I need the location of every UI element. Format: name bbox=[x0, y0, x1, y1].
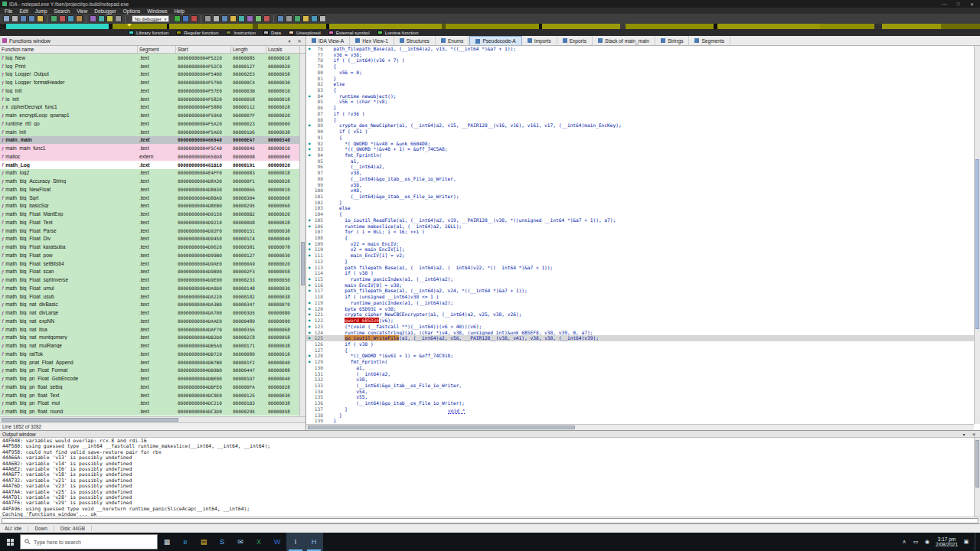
scrollbar-thumb[interactable] bbox=[975, 159, 979, 329]
code-line[interactable]: ● 113 path_filepath_Base(a1, (__int64)a2… bbox=[306, 265, 974, 271]
code-line[interactable]: ● 93 *((_QWORD *)&v48 + 1) = &off_74C5A8… bbox=[306, 146, 974, 152]
code-line[interactable]: ● 139 } bbox=[306, 418, 974, 424]
tray-icon[interactable]: ◉ bbox=[923, 539, 931, 545]
code-line[interactable]: ● 134 v54, bbox=[306, 389, 974, 395]
code-line[interactable]: ● 131 (__int64)a2, bbox=[306, 371, 974, 377]
code-line[interactable]: ● 104 { bbox=[306, 211, 974, 217]
toolbar-icon[interactable] bbox=[98, 15, 105, 22]
taskbar-app[interactable]: ▦ bbox=[158, 533, 176, 551]
table-row[interactable]: ƒlog_Print .text 00000000004F52C0 000001… bbox=[0, 62, 305, 70]
table-row[interactable]: ƒmath_big_pn_float_setbg .text 000000000… bbox=[0, 383, 305, 391]
code-line[interactable]: ● 109 v22 = main_EncIV; bbox=[306, 241, 974, 247]
code-line[interactable]: ● 117 path_filepath_Base(a1, (__int64)a2… bbox=[306, 288, 974, 294]
toolbar-icon[interactable] bbox=[182, 15, 189, 22]
output-vertical-scrollbar[interactable] bbox=[974, 438, 980, 517]
table-row[interactable]: ƒmath_big_Float_Div .text 00000000004D94… bbox=[0, 235, 305, 243]
code-line[interactable]: ● 123 (*(void (__fastcall **)(__int64))(… bbox=[306, 324, 974, 330]
document-tab[interactable]: Imports bbox=[522, 36, 557, 45]
toolbar-icon[interactable] bbox=[59, 15, 66, 22]
code-line[interactable]: ● 118 if ( (unsigned __int64)v38 <= 1 ) bbox=[306, 294, 974, 300]
table-row[interactable]: ƒmath_big_Sqrt .text 00000000004D8BA0 00… bbox=[0, 194, 305, 202]
table-row[interactable]: ƒlog_Logger_formatHeader .text 000000000… bbox=[0, 78, 305, 86]
toolbar-icon[interactable] bbox=[47, 15, 47, 23]
code-line[interactable]: ● 84 runtime_newobject(); bbox=[306, 93, 974, 99]
toolbar-icon[interactable] bbox=[90, 15, 96, 22]
toolbar-icon[interactable] bbox=[230, 15, 237, 22]
menu-item[interactable]: Search bbox=[54, 8, 70, 14]
code-line[interactable]: ● 114 if ( v38 ) bbox=[306, 270, 974, 276]
toolbar-icon[interactable] bbox=[76, 15, 83, 22]
code-line[interactable]: ● 80 v56 = 0; bbox=[306, 70, 974, 76]
debugger-select[interactable]: No debugger ▾ bbox=[132, 15, 169, 22]
scrollbar-thumb[interactable] bbox=[308, 425, 575, 429]
dock-menu-button[interactable]: ▾ bbox=[286, 38, 293, 44]
log-line[interactable]: 44A76D: variable 'v23' is possibly undef… bbox=[2, 484, 978, 489]
table-row[interactable]: ƒmath_big_pn_Float_Format .text 00000000… bbox=[0, 367, 305, 375]
toolbar-icon[interactable] bbox=[263, 15, 270, 22]
scrollbar-thumb[interactable] bbox=[301, 242, 305, 285]
log-line[interactable]: 44F958: could not find valid save-restor… bbox=[2, 450, 978, 455]
code-line[interactable]: ● 121 crypto_cipher_NewCBCEncrypter(a1, … bbox=[306, 311, 974, 318]
toolbar-icon[interactable] bbox=[51, 15, 57, 22]
code-line[interactable]: ● 81 } bbox=[306, 76, 974, 82]
toolbar-icon[interactable] bbox=[20, 15, 27, 22]
code-line[interactable]: ● 90 if ( v51 ) bbox=[306, 129, 974, 135]
table-row[interactable]: ƒlog_Logger_Output .text 00000000004F540… bbox=[0, 70, 305, 79]
log-line[interactable]: 44A66A: variable 'v13' is possibly undef… bbox=[2, 455, 978, 461]
document-tab[interactable]: Pseudocode-A bbox=[469, 36, 521, 45]
taskbar-app[interactable]: I bbox=[286, 533, 305, 551]
table-row[interactable]: ƒlog_New .text 00000000004F5220 00000085… bbox=[0, 54, 305, 62]
toolbar-icon[interactable] bbox=[247, 15, 253, 22]
code-line[interactable]: ● 76 path_filepath_Base(a1, (__int64)a2,… bbox=[306, 46, 974, 52]
output-dock-header[interactable]: Output window ▾ ✕ bbox=[0, 431, 980, 438]
menu-item[interactable]: Options bbox=[123, 8, 140, 14]
code-line[interactable]: ● 130 a1, bbox=[306, 365, 974, 371]
toolbar-icon[interactable] bbox=[115, 15, 122, 22]
code-line[interactable]: ● 102 } bbox=[306, 200, 974, 206]
table-row[interactable]: ƒmain_encryptLoop_gowrap1 .text 00000000… bbox=[0, 111, 305, 119]
toolbar-icon[interactable] bbox=[106, 15, 113, 22]
code-line[interactable]: ● 85 v56 = (char *)v8; bbox=[306, 99, 974, 105]
table-row[interactable]: ƒmath_big_Float_Parse .text 00000000004D… bbox=[0, 227, 305, 235]
column-header[interactable]: Function name bbox=[0, 46, 138, 53]
table-row[interactable]: ƒmath_big_Float_MantExp .text 0000000000… bbox=[0, 210, 305, 218]
table-row[interactable]: ƒmath_big_Float_setBits64 .text 00000000… bbox=[0, 259, 305, 268]
code-line[interactable]: ● 92 *(_QWORD *)&v48 = &unk_6604D8; bbox=[306, 141, 974, 147]
document-tab[interactable]: Structures bbox=[394, 36, 436, 45]
document-tab[interactable]: Enums bbox=[436, 36, 470, 45]
code-line[interactable]: ● 128 *((_QWORD *)&v61 + 1) = &off_74C91… bbox=[306, 353, 974, 359]
table-row[interactable]: ƒmath_big_nat_itoa .text 00000000004DAF7… bbox=[0, 325, 305, 334]
toolbar-icon[interactable] bbox=[238, 15, 245, 22]
tray-icon[interactable]: ∧ bbox=[900, 539, 908, 545]
code-line[interactable]: ● 96 (__int64)a2, bbox=[306, 164, 974, 170]
table-row[interactable]: ƒmath_big_nat_divBasic .text 00000000004… bbox=[0, 301, 305, 309]
table-row[interactable]: ƒmalloc extern 00000000009650D8 00000008… bbox=[0, 152, 305, 161]
show-desktop-button[interactable] bbox=[975, 533, 978, 551]
code-line[interactable]: ● 103 else bbox=[306, 205, 974, 211]
code-line[interactable]: ● 136 (__int64)&go_itab__os_File_io_Writ… bbox=[306, 400, 974, 406]
toolbar-icon[interactable] bbox=[37, 15, 44, 22]
log-line[interactable]: 44A7D1: variable 'v28' is possibly undef… bbox=[2, 495, 978, 500]
column-header[interactable]: Locals bbox=[266, 46, 300, 53]
table-row[interactable]: ƒmath_log2 .text 00000000004E4FF0 000000… bbox=[0, 169, 305, 178]
table-row[interactable]: ƒmath_big_pnat_Float_Append .text 000000… bbox=[0, 358, 305, 367]
document-tab[interactable]: Strings bbox=[655, 36, 690, 45]
table-row[interactable]: ƒmath_big_Float_sqrtInverse .text 000000… bbox=[0, 276, 305, 284]
code-line[interactable]: ● 88 { bbox=[306, 117, 974, 123]
code-line[interactable]: ● 94 fmt_Fprintln( bbox=[306, 152, 974, 158]
cli-input[interactable] bbox=[2, 518, 978, 523]
code-line[interactable]: ● 133 (__int64)&go_itab__os_File_io_Writ… bbox=[306, 383, 974, 389]
notification-center-icon[interactable]: ▣ bbox=[962, 539, 970, 545]
document-tab[interactable]: Segments bbox=[689, 36, 730, 45]
toolbar-icon[interactable] bbox=[204, 15, 211, 22]
document-tab[interactable]: IDA View-A bbox=[306, 36, 350, 45]
code-line[interactable]: ● 101 (__int64)&go_itab__os_File_io_Writ… bbox=[306, 194, 974, 200]
menu-item[interactable]: Jump bbox=[35, 8, 47, 14]
functions-vertical-scrollbar[interactable] bbox=[299, 54, 305, 416]
code-line[interactable]: ● 95 a1, bbox=[306, 158, 974, 165]
log-line[interactable]: 44A7F6: variable 'v29' is possibly undef… bbox=[2, 500, 978, 506]
toolbar-icon[interactable] bbox=[294, 15, 301, 22]
column-header[interactable]: Segment bbox=[138, 46, 176, 53]
code-line[interactable]: ● 119 runtime_panicIndex(a1, (__int64)a2… bbox=[306, 300, 974, 306]
table-row[interactable]: ƒmath_big_Accuracy_String .text 00000000… bbox=[0, 177, 305, 185]
